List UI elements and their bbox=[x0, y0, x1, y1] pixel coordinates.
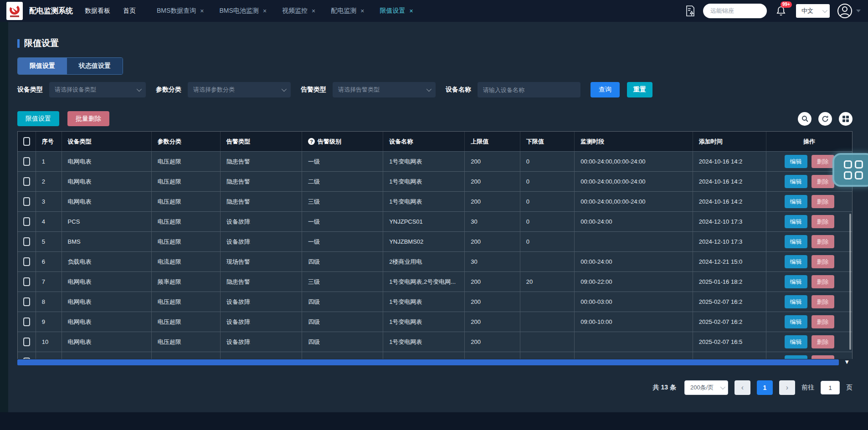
cell-device-type: 光伏逆变器 bbox=[62, 352, 152, 359]
row-checkbox[interactable] bbox=[23, 237, 30, 246]
app-logo bbox=[6, 2, 23, 20]
topbar-tab-2[interactable]: BMS电池监测× bbox=[220, 7, 267, 15]
language-select[interactable]: 中文 bbox=[796, 4, 830, 18]
edit-button[interactable]: 编辑 bbox=[785, 175, 807, 188]
cell-param-category: 电压超限 bbox=[152, 172, 221, 191]
delete-button[interactable]: 删除 bbox=[812, 255, 834, 268]
row-checkbox[interactable] bbox=[23, 257, 30, 266]
close-icon[interactable]: × bbox=[360, 7, 364, 15]
col-lower-limit: 下限值 bbox=[520, 132, 575, 151]
tab-status-settings[interactable]: 状态值设置 bbox=[67, 58, 123, 74]
prev-page-button[interactable]: ‹ bbox=[734, 380, 750, 395]
cell-upper-limit: 200 bbox=[465, 292, 520, 312]
edit-button[interactable]: 编辑 bbox=[785, 315, 807, 328]
cell-monitor-period bbox=[575, 332, 693, 352]
topbar-tab-3[interactable]: 视频监控× bbox=[282, 7, 315, 15]
cell-actions: 编辑删除 bbox=[766, 232, 852, 251]
col-actions: 操作 bbox=[766, 132, 852, 151]
delete-button[interactable]: 删除 bbox=[812, 275, 834, 288]
report-icon[interactable] bbox=[685, 5, 696, 17]
cell-device-name: 1号变电网表 bbox=[383, 312, 465, 332]
page-size-select[interactable]: 200条/页 bbox=[684, 380, 728, 395]
edit-button[interactable]: 编辑 bbox=[785, 275, 807, 288]
page-1-button[interactable]: 1 bbox=[757, 380, 773, 395]
row-checkbox[interactable] bbox=[23, 157, 30, 166]
delete-button[interactable]: 删除 bbox=[812, 355, 834, 359]
row-checkbox[interactable] bbox=[23, 197, 30, 206]
select-all-checkbox[interactable] bbox=[23, 137, 30, 146]
cell-alarm-type: 设备故障 bbox=[221, 232, 302, 251]
cell-alarm-type: 隐患告警 bbox=[221, 192, 302, 211]
edit-button[interactable]: 编辑 bbox=[785, 195, 807, 208]
edit-button[interactable]: 编辑 bbox=[785, 335, 807, 348]
edit-button[interactable]: 编辑 bbox=[785, 155, 807, 168]
user-menu-caret-icon[interactable] bbox=[856, 10, 861, 12]
close-icon[interactable]: × bbox=[409, 7, 413, 15]
cell-alarm-type: 隐患告警 bbox=[221, 272, 302, 292]
next-page-button[interactable]: › bbox=[779, 380, 795, 395]
delete-button[interactable]: 删除 bbox=[812, 315, 834, 328]
chevron-down-icon bbox=[720, 384, 725, 389]
edit-button[interactable]: 编辑 bbox=[785, 215, 807, 228]
row-checkbox[interactable] bbox=[23, 338, 30, 346]
delete-button[interactable]: 删除 bbox=[812, 195, 834, 208]
goto-label: 前往 bbox=[801, 384, 814, 392]
topbar-tab-1[interactable]: BMS数据查询× bbox=[157, 7, 204, 15]
notification-wrap[interactable]: 99+ bbox=[776, 5, 786, 16]
goto-page-input[interactable] bbox=[821, 381, 840, 394]
device-type-select[interactable]: 请选择设备类型 bbox=[49, 82, 146, 97]
cell-alarm-level: 二级 bbox=[302, 172, 383, 191]
edit-button[interactable]: 编辑 bbox=[785, 255, 807, 268]
alarm-type-select[interactable]: 请选择告警类型 bbox=[333, 82, 436, 97]
batch-delete-button[interactable]: 批量删除 bbox=[67, 111, 109, 126]
cell-no: 4 bbox=[36, 212, 62, 231]
topbar-tab-4[interactable]: 配电监测× bbox=[331, 7, 364, 15]
table-refresh-button[interactable] bbox=[818, 112, 832, 126]
row-checkbox[interactable] bbox=[23, 277, 30, 286]
left-edge-strip bbox=[0, 22, 8, 412]
row-checkbox[interactable] bbox=[23, 317, 30, 326]
chevron-down-icon bbox=[426, 87, 431, 92]
row-checkbox[interactable] bbox=[23, 177, 30, 186]
tenant-selector[interactable]: 远能锦座 bbox=[703, 4, 767, 18]
edit-button[interactable]: 编辑 bbox=[785, 355, 807, 359]
delete-button[interactable]: 删除 bbox=[812, 335, 834, 348]
table-columns-button[interactable] bbox=[839, 112, 853, 126]
delete-button[interactable]: 删除 bbox=[812, 295, 834, 308]
row-checkbox[interactable] bbox=[23, 217, 30, 226]
cell-device-name: 2楼商业用电 bbox=[383, 252, 465, 271]
cell-added-time: 2025-02-07 16:2 bbox=[693, 292, 766, 312]
limit-setting-button[interactable]: 限值设置 bbox=[17, 111, 59, 126]
scroll-down-arrow-icon[interactable]: ▼ bbox=[844, 359, 850, 365]
help-icon[interactable]: ? bbox=[308, 138, 315, 145]
delete-button[interactable]: 删除 bbox=[812, 175, 834, 188]
reset-button[interactable]: 重置 bbox=[627, 82, 652, 97]
avatar[interactable] bbox=[837, 3, 853, 19]
table-row: 8电网电表电压超限设备故障四级1号变电网表20000:00-03:002025-… bbox=[18, 292, 852, 312]
query-button[interactable]: 查询 bbox=[591, 82, 620, 97]
table-row: 1电网电表电压超限隐患告警一级1号变电网表200000:00-24:00,00:… bbox=[18, 151, 852, 171]
device-name-input[interactable] bbox=[483, 87, 575, 93]
edit-button[interactable]: 编辑 bbox=[785, 235, 807, 248]
floating-panel-toggle[interactable] bbox=[832, 153, 868, 187]
horizontal-scrollbar[interactable] bbox=[17, 359, 839, 365]
table-search-button[interactable] bbox=[798, 112, 812, 126]
close-icon[interactable]: × bbox=[312, 7, 315, 15]
close-icon[interactable]: × bbox=[263, 7, 267, 15]
vertical-scrollbar[interactable] bbox=[849, 214, 851, 350]
cell-no: 8 bbox=[36, 292, 62, 312]
delete-button[interactable]: 删除 bbox=[812, 155, 834, 168]
nav-dashboard[interactable]: 数据看板 bbox=[85, 7, 110, 15]
param-category-select[interactable]: 请选择参数分类 bbox=[188, 82, 291, 97]
topbar-tab-5[interactable]: 限值设置× bbox=[380, 7, 413, 15]
cell-alarm-level: 四级 bbox=[302, 312, 383, 332]
delete-button[interactable]: 删除 bbox=[812, 215, 834, 228]
limit-table: 序号 设备类型 参数分类 告警类型 ? 告警级别 设备名称 上限值 下限值 监测… bbox=[17, 131, 853, 366]
edit-button[interactable]: 编辑 bbox=[785, 295, 807, 308]
close-icon[interactable]: × bbox=[200, 7, 204, 15]
tab-limit-settings[interactable]: 限值设置 bbox=[18, 58, 67, 74]
delete-button[interactable]: 删除 bbox=[812, 235, 834, 248]
nav-home[interactable]: 首页 bbox=[123, 7, 136, 15]
col-added-time: 添加时间 bbox=[693, 132, 766, 151]
row-checkbox[interactable] bbox=[23, 297, 30, 306]
